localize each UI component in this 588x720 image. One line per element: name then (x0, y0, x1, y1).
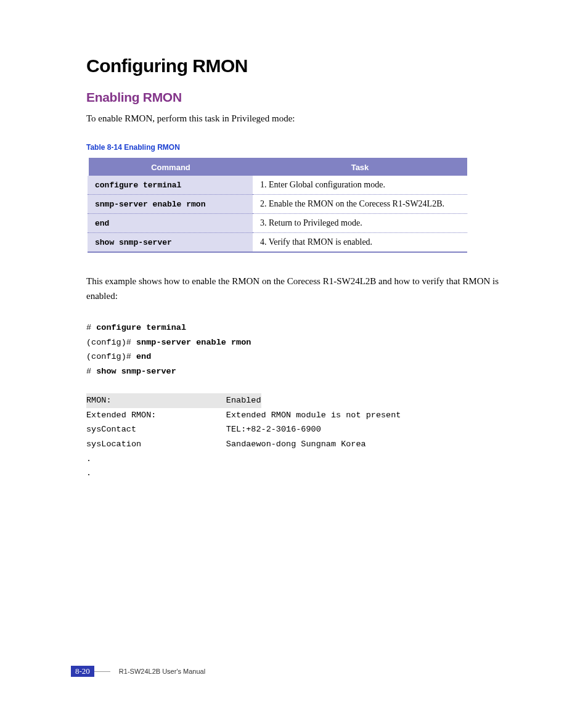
cell-task: 2. Enable the RMON on the Corecess R1-SW… (253, 195, 467, 214)
prompt: (config)# (86, 352, 136, 361)
intro-text: To enable RMON, perform this task in Pri… (86, 111, 517, 126)
section-title: Enabling RMON (86, 90, 517, 105)
cell-command: configure terminal (88, 176, 253, 195)
term-cmd: snmp-server enable rmon (136, 338, 251, 347)
table-row: configure terminal 1. Enter Global confi… (88, 176, 467, 195)
command-table: Command Task configure terminal 1. Enter… (86, 158, 467, 253)
highlight-row: RMON: Enabled (86, 393, 261, 408)
rmon-label: RMON: (86, 396, 226, 405)
table-row: show snmp-server 4. Verify that RMON is … (88, 233, 467, 253)
prompt: # (86, 323, 96, 332)
output-line: . (86, 454, 91, 464)
cell-task: 3. Return to Privileged mode. (253, 214, 467, 233)
term-cmd: end (136, 352, 151, 361)
table-caption: Table 8-14 Enabling RMON (86, 143, 517, 152)
output-line: sysContact TEL:+82-2-3016-6900 (86, 425, 321, 434)
table-row: snmp-server enable rmon 2. Enable the RM… (88, 195, 467, 214)
table-header-task: Task (253, 158, 467, 176)
cell-command: snmp-server enable rmon (88, 195, 253, 214)
output-line: sysLocation Sandaewon-dong Sungnam Korea (86, 440, 366, 449)
table-header-command: Command (88, 158, 253, 176)
page-footer: 8-20 R1-SW24L2B User's Manual (71, 666, 205, 677)
cell-command: end (88, 214, 253, 233)
term-cmd: show snmp-server (96, 367, 176, 376)
footer-divider (94, 671, 110, 672)
table-row: end 3. Return to Privileged mode. (88, 214, 467, 233)
output-line: . (86, 468, 91, 478)
example-intro: This example shows how to enable the RMO… (86, 274, 517, 303)
page-title: Configuring RMON (86, 55, 517, 76)
page-number-badge: 8-20 (71, 666, 94, 677)
cell-task: 1. Enter Global configuration mode. (253, 176, 467, 195)
footer-manual-name: R1-SW24L2B User's Manual (119, 668, 205, 675)
rmon-value: Enabled (226, 396, 261, 405)
cell-command: show snmp-server (88, 233, 253, 253)
term-cmd: configure terminal (96, 323, 186, 332)
cell-task: 4. Verify that RMON is enabled. (253, 233, 467, 253)
output-line: Extended RMON: Extended RMON module is n… (86, 411, 401, 420)
prompt: # (86, 367, 96, 376)
terminal-output: # configure terminal (config)# snmp-serv… (86, 321, 517, 481)
prompt: (config)# (86, 338, 136, 347)
